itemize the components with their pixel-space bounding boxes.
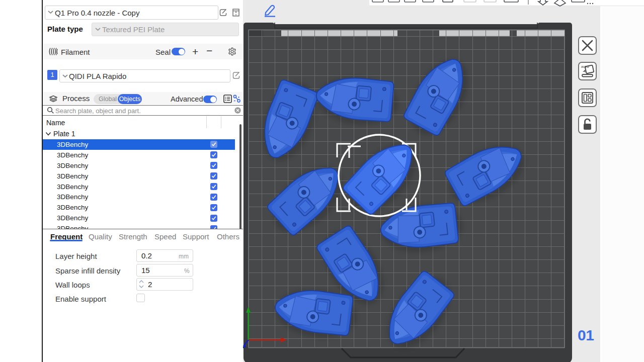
svg-text:AUTO: AUTO [581, 65, 589, 68]
